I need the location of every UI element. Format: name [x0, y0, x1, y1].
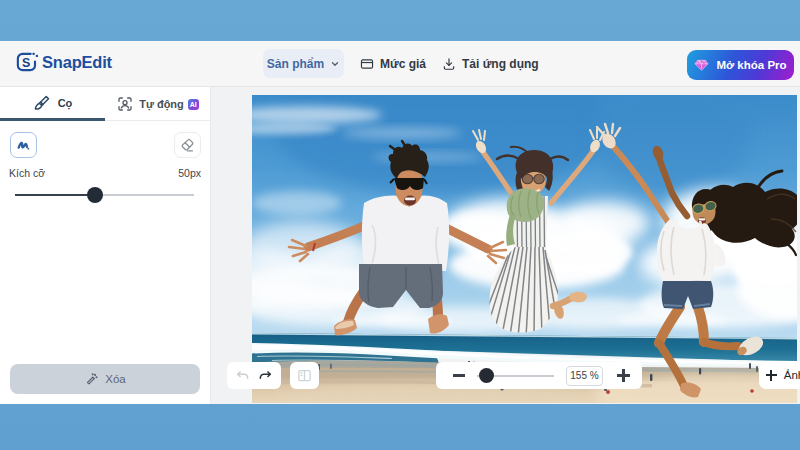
- svg-text:S: S: [22, 56, 30, 70]
